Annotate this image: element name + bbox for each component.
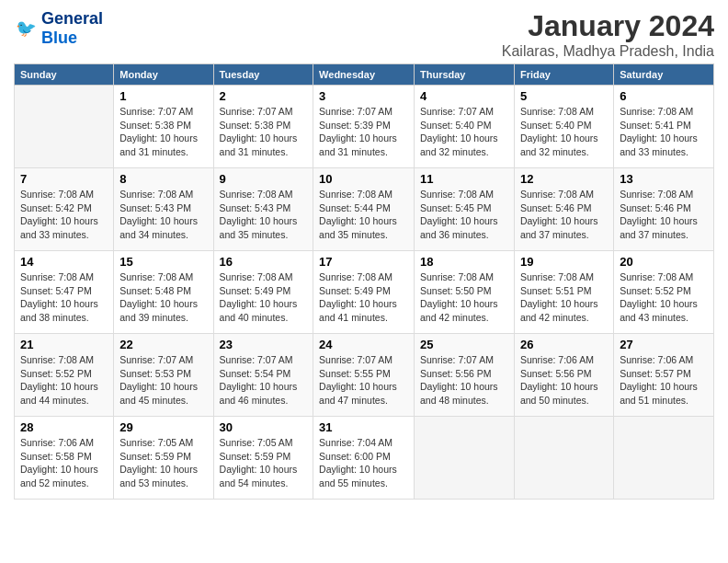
calendar-cell [514,417,613,500]
calendar-cell: 1Sunrise: 7:07 AMSunset: 5:38 PMDaylight… [114,86,213,168]
header-friday: Friday [514,64,613,86]
day-number: 18 [420,255,508,269]
calendar-cell: 20Sunrise: 7:08 AMSunset: 5:52 PMDayligh… [614,251,714,334]
svg-text:🐦: 🐦 [16,18,37,39]
day-number: 31 [319,420,408,434]
calendar-cell: 18Sunrise: 7:08 AMSunset: 5:50 PMDayligh… [414,251,514,334]
day-info: Sunrise: 7:07 AMSunset: 5:53 PMDaylight:… [119,353,207,408]
day-info: Sunrise: 7:08 AMSunset: 5:44 PMDaylight:… [319,188,408,242]
day-number: 26 [520,338,608,351]
day-info: Sunrise: 7:08 AMSunset: 5:45 PMDaylight:… [420,188,508,242]
calendar-cell: 24Sunrise: 7:07 AMSunset: 5:55 PMDayligh… [313,334,415,417]
day-number: 27 [620,338,708,351]
calendar-cell: 25Sunrise: 7:07 AMSunset: 5:56 PMDayligh… [414,334,514,417]
day-number: 1 [119,89,207,103]
calendar-cell: 9Sunrise: 7:08 AMSunset: 5:43 PMDaylight… [213,168,313,251]
logo-icon: 🐦 [16,16,41,41]
day-number: 24 [319,338,408,351]
day-number: 9 [220,172,308,186]
calendar-cell: 6Sunrise: 7:08 AMSunset: 5:41 PMDaylight… [614,86,714,168]
calendar-cell: 5Sunrise: 7:08 AMSunset: 5:40 PMDaylight… [514,86,613,168]
day-info: Sunrise: 7:07 AMSunset: 5:38 PMDaylight:… [220,105,308,159]
day-number: 11 [420,172,508,186]
calendar-cell [414,417,514,500]
day-info: Sunrise: 7:08 AMSunset: 5:49 PMDaylight:… [220,270,308,325]
calendar-cell: 27Sunrise: 7:06 AMSunset: 5:57 PMDayligh… [614,334,714,417]
day-number: 17 [319,255,408,269]
calendar-cell: 22Sunrise: 7:07 AMSunset: 5:53 PMDayligh… [114,334,213,417]
calendar-cell: 19Sunrise: 7:08 AMSunset: 5:51 PMDayligh… [514,251,613,334]
week-row-2: 7Sunrise: 7:08 AMSunset: 5:42 PMDaylight… [15,168,714,251]
day-number: 10 [319,172,408,186]
day-info: Sunrise: 7:08 AMSunset: 5:52 PMDaylight:… [620,270,708,325]
calendar-cell: 30Sunrise: 7:05 AMSunset: 5:59 PMDayligh… [213,417,313,500]
main-title: January 2024 [502,9,714,43]
day-number: 29 [119,420,207,434]
calendar-cell: 2Sunrise: 7:07 AMSunset: 5:38 PMDaylight… [213,86,313,168]
week-row-5: 28Sunrise: 7:06 AMSunset: 5:58 PMDayligh… [15,417,714,500]
calendar-cell: 15Sunrise: 7:08 AMSunset: 5:48 PMDayligh… [114,251,213,334]
calendar-cell: 7Sunrise: 7:08 AMSunset: 5:42 PMDaylight… [15,168,114,251]
calendar-cell: 16Sunrise: 7:08 AMSunset: 5:49 PMDayligh… [213,251,313,334]
subtitle: Kailaras, Madhya Pradesh, India [502,43,714,60]
calendar-cell [614,417,714,500]
header-wednesday: Wednesday [313,64,415,86]
calendar-cell: 10Sunrise: 7:08 AMSunset: 5:44 PMDayligh… [313,168,415,251]
day-number: 28 [20,420,108,434]
day-info: Sunrise: 7:05 AMSunset: 5:59 PMDaylight:… [220,436,308,490]
day-number: 16 [220,255,308,269]
calendar-cell [15,86,114,168]
header-saturday: Saturday [614,64,714,86]
logo-general-text: General [41,9,103,28]
day-info: Sunrise: 7:04 AMSunset: 6:00 PMDaylight:… [319,436,408,490]
calendar-cell: 17Sunrise: 7:08 AMSunset: 5:49 PMDayligh… [313,251,415,334]
day-info: Sunrise: 7:07 AMSunset: 5:54 PMDaylight:… [220,353,308,408]
header-thursday: Thursday [414,64,514,86]
header-monday: Monday [114,64,213,86]
calendar-cell: 26Sunrise: 7:06 AMSunset: 5:56 PMDayligh… [514,334,613,417]
day-info: Sunrise: 7:08 AMSunset: 5:43 PMDaylight:… [119,188,207,242]
day-number: 21 [20,338,108,351]
day-info: Sunrise: 7:08 AMSunset: 5:43 PMDaylight:… [220,188,308,242]
calendar-cell: 3Sunrise: 7:07 AMSunset: 5:39 PMDaylight… [313,86,415,168]
day-number: 14 [20,255,108,269]
day-number: 6 [620,89,708,103]
day-number: 22 [119,338,207,351]
day-info: Sunrise: 7:08 AMSunset: 5:52 PMDaylight:… [20,353,108,408]
calendar-cell: 4Sunrise: 7:07 AMSunset: 5:40 PMDaylight… [414,86,514,168]
day-info: Sunrise: 7:08 AMSunset: 5:48 PMDaylight:… [119,270,207,325]
logo-blue-text: Blue [41,29,77,47]
day-number: 30 [220,420,308,434]
day-info: Sunrise: 7:07 AMSunset: 5:56 PMDaylight:… [420,353,508,408]
day-info: Sunrise: 7:08 AMSunset: 5:49 PMDaylight:… [319,270,408,325]
day-number: 20 [620,255,708,269]
day-number: 4 [420,89,508,103]
week-row-4: 21Sunrise: 7:08 AMSunset: 5:52 PMDayligh… [15,334,714,417]
calendar-cell: 29Sunrise: 7:05 AMSunset: 5:59 PMDayligh… [114,417,213,500]
day-number: 23 [220,338,308,351]
day-info: Sunrise: 7:05 AMSunset: 5:59 PMDaylight:… [119,436,207,490]
day-info: Sunrise: 7:06 AMSunset: 5:57 PMDaylight:… [620,353,708,408]
calendar-cell: 31Sunrise: 7:04 AMSunset: 6:00 PMDayligh… [313,417,415,500]
day-number: 2 [220,89,308,103]
calendar-cell: 13Sunrise: 7:08 AMSunset: 5:46 PMDayligh… [614,168,714,251]
calendar-cell: 14Sunrise: 7:08 AMSunset: 5:47 PMDayligh… [15,251,114,334]
calendar-cell: 11Sunrise: 7:08 AMSunset: 5:45 PMDayligh… [414,168,514,251]
day-info: Sunrise: 7:08 AMSunset: 5:46 PMDaylight:… [520,188,608,242]
day-info: Sunrise: 7:08 AMSunset: 5:41 PMDaylight:… [620,105,708,159]
page-header: 🐦 General Blue January 2024 Kailaras, Ma… [14,9,714,60]
week-row-1: 1Sunrise: 7:07 AMSunset: 5:38 PMDaylight… [15,86,714,168]
calendar-header-row: SundayMondayTuesdayWednesdayThursdayFrid… [15,64,714,86]
header-sunday: Sunday [15,64,114,86]
day-number: 5 [520,89,608,103]
week-row-3: 14Sunrise: 7:08 AMSunset: 5:47 PMDayligh… [15,251,714,334]
calendar-cell: 23Sunrise: 7:07 AMSunset: 5:54 PMDayligh… [213,334,313,417]
calendar-cell: 12Sunrise: 7:08 AMSunset: 5:46 PMDayligh… [514,168,613,251]
day-info: Sunrise: 7:06 AMSunset: 5:56 PMDaylight:… [520,353,608,408]
day-info: Sunrise: 7:08 AMSunset: 5:51 PMDaylight:… [520,270,608,325]
day-number: 19 [520,255,608,269]
day-number: 15 [119,255,207,269]
calendar-cell: 28Sunrise: 7:06 AMSunset: 5:58 PMDayligh… [15,417,114,500]
day-info: Sunrise: 7:08 AMSunset: 5:40 PMDaylight:… [520,105,608,159]
day-info: Sunrise: 7:07 AMSunset: 5:40 PMDaylight:… [420,105,508,159]
